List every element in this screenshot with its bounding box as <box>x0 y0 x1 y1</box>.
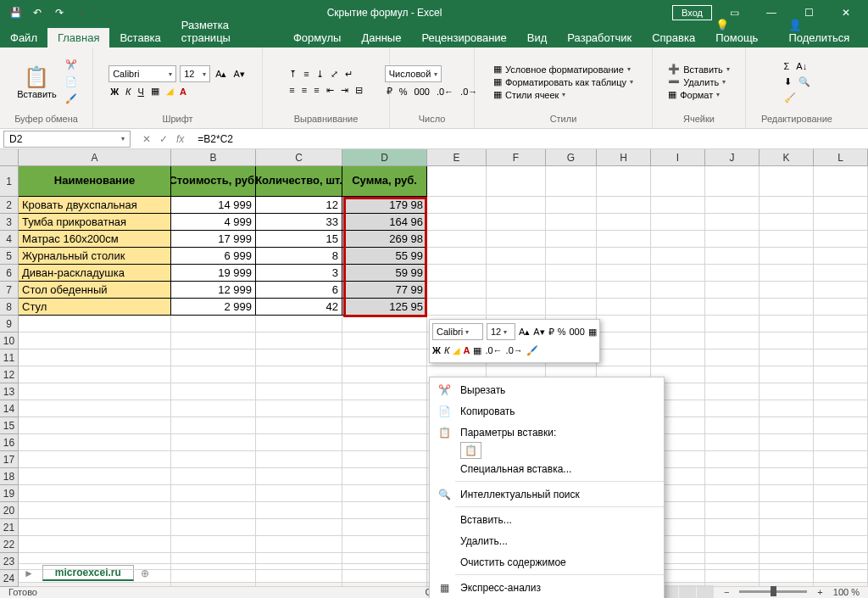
cell-a4[interactable]: Матрас 160х200см <box>19 231 171 248</box>
cell[interactable] <box>760 485 814 502</box>
cell[interactable] <box>705 197 760 214</box>
cell[interactable] <box>256 451 342 468</box>
accept-formula-icon[interactable]: ✓ <box>159 133 168 145</box>
paste-button[interactable]: 📋 Вставить <box>14 62 60 103</box>
cm-insert[interactable]: Вставить... <box>430 509 664 530</box>
cell[interactable] <box>19 451 171 468</box>
cell[interactable] <box>760 434 814 451</box>
orientation-icon[interactable]: ⤢ <box>329 67 340 81</box>
cell[interactable] <box>171 553 256 570</box>
cell[interactable] <box>171 316 256 333</box>
mt-border-icon[interactable]: ▦ <box>473 345 481 356</box>
cell[interactable] <box>342 570 427 587</box>
cell[interactable] <box>342 553 427 570</box>
row-header-16[interactable]: 16 <box>0 434 19 451</box>
cell[interactable] <box>814 316 868 333</box>
align-top-icon[interactable]: ⤒ <box>287 67 298 81</box>
cm-smart-lookup[interactable]: 🔍Интеллектуальный поиск <box>430 483 664 505</box>
mt-comma-icon[interactable]: 000 <box>569 327 584 337</box>
row-header-3[interactable]: 3 <box>0 214 19 231</box>
cell[interactable] <box>546 197 597 214</box>
tab-layout[interactable]: Разметка страницы <box>171 15 283 48</box>
cell[interactable] <box>760 214 814 231</box>
header-cell-c[interactable]: Количество, шт. <box>256 166 342 197</box>
cell[interactable] <box>342 485 427 502</box>
cell-b7[interactable]: 12 999 <box>171 282 256 299</box>
cell[interactable] <box>760 248 814 265</box>
cell[interactable] <box>256 536 342 553</box>
cell[interactable] <box>256 333 342 349</box>
cell[interactable] <box>760 316 814 333</box>
row-header-23[interactable]: 23 <box>0 553 19 570</box>
cell[interactable] <box>705 282 760 299</box>
cond-fmt-button[interactable]: ▦ Условное форматирование ▾ <box>493 64 631 75</box>
fx-icon[interactable]: fx <box>176 133 184 145</box>
currency-icon[interactable]: ₽ <box>385 84 394 98</box>
align-middle-icon[interactable]: ≡ <box>302 67 310 81</box>
cell[interactable] <box>256 502 342 519</box>
cell[interactable] <box>171 570 256 587</box>
cell[interactable] <box>19 570 171 587</box>
cell[interactable] <box>705 366 760 383</box>
cell[interactable] <box>487 214 546 231</box>
col-header-I[interactable]: I <box>651 149 705 166</box>
cell[interactable] <box>256 553 342 570</box>
cell[interactable] <box>597 333 651 349</box>
cell[interactable] <box>705 451 760 468</box>
decrease-font-icon[interactable]: A▾ <box>232 67 247 81</box>
cell[interactable] <box>705 553 760 570</box>
cell[interactable] <box>19 434 171 451</box>
header-cell-b[interactable]: Стоимость, руб. <box>171 166 256 197</box>
italic-icon[interactable]: К <box>124 85 132 98</box>
cell[interactable] <box>19 333 171 349</box>
row-header-8[interactable]: 8 <box>0 299 19 316</box>
share-button[interactable]: 👤 Поделиться <box>778 15 868 48</box>
row-header-13[interactable]: 13 <box>0 383 19 400</box>
tab-data[interactable]: Данные <box>351 28 411 48</box>
select-all-cell[interactable] <box>0 149 19 166</box>
cell-d3[interactable]: 164 96 <box>342 214 427 231</box>
insert-cells-button[interactable]: ➕ Вставить ▾ <box>668 64 730 75</box>
cell[interactable] <box>19 417 171 434</box>
cell-b5[interactable]: 6 999 <box>171 248 256 265</box>
formula-input[interactable]: =B2*C2 <box>192 133 868 145</box>
zoom-slider[interactable] <box>739 590 807 593</box>
cell[interactable] <box>342 434 427 451</box>
cell[interactable] <box>651 197 705 214</box>
cell[interactable] <box>427 231 487 248</box>
comma-icon[interactable]: 000 <box>413 85 431 98</box>
cell[interactable] <box>19 519 171 536</box>
cell[interactable] <box>19 502 171 519</box>
cell[interactable] <box>256 400 342 417</box>
cell-a7[interactable]: Стол обеденный <box>19 282 171 299</box>
mt-currency-icon[interactable]: ₽ <box>548 327 554 338</box>
zoom-level[interactable]: 100 % <box>833 587 860 597</box>
cell[interactable] <box>705 299 760 316</box>
cell[interactable] <box>760 451 814 468</box>
cell-a6[interactable]: Диван-раскладушка <box>19 265 171 282</box>
cell[interactable] <box>427 197 487 214</box>
cell[interactable] <box>342 349 427 366</box>
autosum-icon[interactable]: Σ <box>782 59 792 73</box>
cell[interactable] <box>546 214 597 231</box>
cell[interactable] <box>651 166 705 197</box>
cell[interactable] <box>651 349 705 366</box>
align-bottom-icon[interactable]: ⤓ <box>314 67 326 81</box>
cell[interactable] <box>342 451 427 468</box>
cell[interactable] <box>597 166 651 197</box>
mt-font-combo[interactable]: Calibri▾ <box>432 323 483 340</box>
cell[interactable] <box>814 417 868 434</box>
cell[interactable] <box>705 333 760 349</box>
cell[interactable] <box>171 417 256 434</box>
cm-copy[interactable]: 📄Копировать <box>430 400 664 422</box>
cell[interactable] <box>760 383 814 400</box>
row-header-4[interactable]: 4 <box>0 231 19 248</box>
cell-b6[interactable]: 19 999 <box>171 265 256 282</box>
cell[interactable] <box>760 468 814 485</box>
merge-icon[interactable]: ⊟ <box>353 83 364 98</box>
cell[interactable] <box>427 166 487 197</box>
cell-a3[interactable]: Тумба прикроватная <box>19 214 171 231</box>
zoom-out-icon[interactable]: − <box>724 587 729 597</box>
cell[interactable] <box>814 333 868 349</box>
row-header-10[interactable]: 10 <box>0 333 19 349</box>
